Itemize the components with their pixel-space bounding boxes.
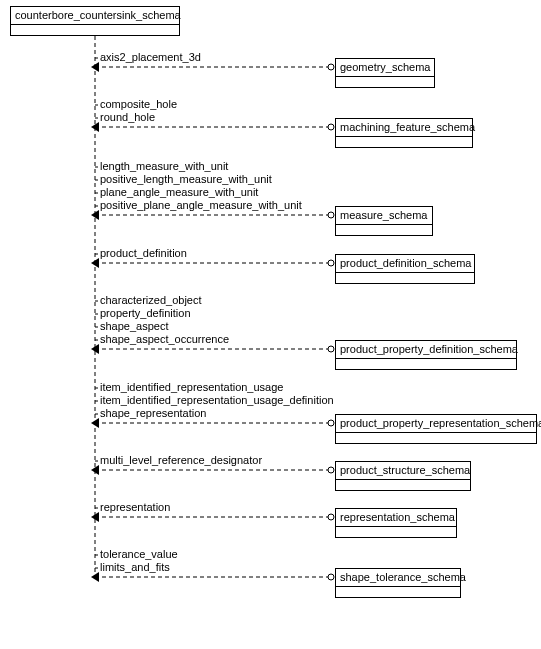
attr-label: item_identified_representation_usage_def… [100, 394, 334, 407]
target-divider [336, 76, 434, 77]
target-divider [336, 432, 536, 433]
target-divider [336, 224, 432, 225]
attr-label: shape_representation [100, 407, 334, 420]
svg-point-37 [328, 467, 334, 473]
svg-marker-15 [91, 210, 99, 220]
attr-label: round_hole [100, 111, 177, 124]
target-divider [336, 586, 460, 587]
target-schema-box-2: measure_schema [335, 206, 433, 236]
attr-label: positive_plane_angle_measure_with_unit [100, 199, 302, 212]
attr-label: characterized_object [100, 294, 229, 307]
target-schema-label: machining_feature_schema [340, 121, 475, 133]
attrs-group-5: item_identified_representation_usage ite… [100, 381, 334, 420]
svg-marker-40 [91, 512, 99, 522]
svg-marker-8 [91, 122, 99, 132]
svg-marker-19 [91, 258, 99, 268]
source-schema-box: counterbore_countersink_schema [10, 6, 180, 36]
attr-label: limits_and_fits [100, 561, 178, 574]
target-schema-box-8: shape_tolerance_schema [335, 568, 461, 598]
svg-point-4 [328, 64, 334, 70]
attrs-group-1: composite_hole round_hole [100, 98, 177, 124]
attr-label: tolerance_value [100, 548, 178, 561]
attr-label: item_identified_representation_usage [100, 381, 334, 394]
target-schema-box-5: product_property_representation_schema [335, 414, 537, 444]
target-schema-label: product_definition_schema [340, 257, 471, 269]
attrs-group-4: characterized_object property_definition… [100, 294, 229, 346]
source-divider [11, 24, 179, 25]
svg-point-9 [328, 124, 334, 130]
svg-marker-26 [91, 344, 99, 354]
target-schema-box-0: geometry_schema [335, 58, 435, 88]
attr-label: shape_aspect_occurrence [100, 333, 229, 346]
target-schema-box-4: product_property_definition_schema [335, 340, 517, 370]
attr-label: multi_level_reference_designator [100, 454, 262, 467]
attr-label: shape_aspect [100, 320, 229, 333]
target-schema-label: product_structure_schema [340, 464, 470, 476]
attr-label: representation [100, 501, 170, 514]
diagram-canvas: counterbore_countersink_schema axis2_pla… [0, 0, 541, 649]
svg-marker-45 [91, 572, 99, 582]
svg-point-20 [328, 260, 334, 266]
target-divider [336, 272, 474, 273]
target-schema-box-6: product_structure_schema [335, 461, 471, 491]
target-schema-label: shape_tolerance_schema [340, 571, 466, 583]
attr-label: product_definition [100, 247, 187, 260]
attrs-group-3: product_definition [100, 247, 187, 260]
svg-marker-3 [91, 62, 99, 72]
attr-label: plane_angle_measure_with_unit [100, 186, 302, 199]
svg-point-41 [328, 514, 334, 520]
target-schema-label: measure_schema [340, 209, 427, 221]
attrs-group-2: length_measure_with_unit positive_length… [100, 160, 302, 212]
source-schema-label: counterbore_countersink_schema [15, 9, 175, 21]
attr-label: positive_length_measure_with_unit [100, 173, 302, 186]
attr-label: composite_hole [100, 98, 177, 111]
target-schema-box-7: representation_schema [335, 508, 457, 538]
svg-point-16 [328, 212, 334, 218]
target-divider [336, 526, 456, 527]
connectors-svg [0, 0, 541, 649]
target-schema-label: geometry_schema [340, 61, 431, 73]
svg-marker-36 [91, 465, 99, 475]
attr-label: axis2_placement_3d [100, 51, 201, 64]
target-schema-box-1: machining_feature_schema [335, 118, 473, 148]
target-schema-label: product_property_definition_schema [340, 343, 518, 355]
target-divider [336, 479, 470, 480]
svg-point-33 [328, 420, 334, 426]
attrs-group-6: multi_level_reference_designator [100, 454, 262, 467]
target-schema-box-3: product_definition_schema [335, 254, 475, 284]
target-divider [336, 136, 472, 137]
attr-label: length_measure_with_unit [100, 160, 302, 173]
target-schema-label: representation_schema [340, 511, 455, 523]
target-schema-label: product_property_representation_schema [340, 417, 541, 429]
attr-label: property_definition [100, 307, 229, 320]
attrs-group-8: tolerance_value limits_and_fits [100, 548, 178, 574]
svg-point-46 [328, 574, 334, 580]
attrs-group-7: representation [100, 501, 170, 514]
svg-point-27 [328, 346, 334, 352]
target-divider [336, 358, 516, 359]
svg-marker-32 [91, 418, 99, 428]
attrs-group-0: axis2_placement_3d [100, 51, 201, 64]
